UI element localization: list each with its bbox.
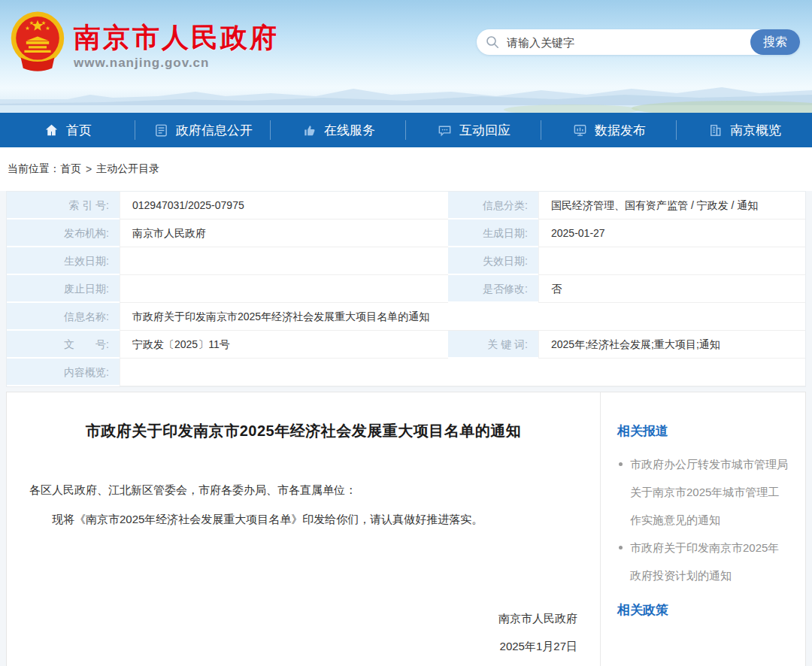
meta-label-modified: 是否修改: [448, 275, 538, 303]
nav-label: 在线服务 [324, 122, 375, 139]
site-header: ★ ★ ★ ★ 南京市人民政府 www.nanjing.gov.cn 搜索 [0, 0, 812, 113]
sidebar: 相关报道 市政府办公厅转发市城市管理局关于南京市2025年城市管理工作实施意见的… [601, 392, 805, 666]
article-body: 现将《南京市2025年经济社会发展重大项目名单》印发给你们，请认真做好推进落实。 [29, 510, 577, 529]
related-reports-list: 市政府办公厅转发市城市管理局关于南京市2025年城市管理工作实施意见的通知 市政… [617, 450, 790, 589]
nav-item-gov-info[interactable]: 政府信息公开 [135, 113, 271, 147]
meta-row-docnum: 文 号: 宁政发〔2025〕11号 关 键 词: 2025年;经济社会发展;重大… [7, 331, 805, 359]
meta-label-category: 信息分类: [448, 192, 538, 219]
breadcrumb-separator: > [86, 163, 92, 175]
related-report-link[interactable]: 市政府办公厅转发市城市管理局关于南京市2025年城市管理工作实施意见的通知 [617, 450, 790, 534]
article-signer: 南京市人民政府 [29, 604, 577, 632]
meta-row-publisher: 发布机构: 南京市人民政府 生成日期: 2025-01-27 [7, 219, 805, 247]
bullet-icon [619, 462, 623, 466]
meta-value-index: 012947031/2025-07975 [120, 192, 448, 219]
meta-label-created: 生成日期: [448, 219, 538, 247]
site-logo[interactable]: ★ ★ ★ ★ 南京市人民政府 www.nanjing.gov.cn [8, 9, 279, 72]
meta-row-index: 索 引 号: 012947031/2025-07975 信息分类: 国民经济管理… [7, 192, 805, 219]
breadcrumb-current-link[interactable]: 主动公开目录 [96, 162, 159, 176]
meta-value-summary [120, 359, 805, 386]
chat-icon [437, 123, 453, 138]
content-box: 市政府关于印发南京市2025年经济社会发展重大项目名单的通知 各区人民政府、江北… [6, 392, 806, 666]
search-box: 搜索 [477, 29, 800, 55]
search-button[interactable]: 搜索 [750, 29, 800, 55]
meta-value-repeal [120, 275, 448, 303]
breadcrumb-prefix: 当前位置： [8, 162, 60, 176]
meta-row-name: 信息名称: 市政府关于印发南京市2025年经济社会发展重大项目名单的通知 [7, 303, 805, 331]
article-salutation: 各区人民政府、江北新区管委会，市府各委办局、市各直属单位： [29, 483, 577, 498]
meta-value-publisher: 南京市人民政府 [120, 219, 448, 247]
nav-label: 互动回应 [459, 122, 511, 139]
article-title: 市政府关于印发南京市2025年经济社会发展重大项目名单的通知 [29, 421, 577, 441]
nav-label: 数据发布 [595, 122, 646, 139]
related-reports-heading: 相关报道 [617, 422, 790, 440]
nav-item-interaction[interactable]: 互动回应 [406, 113, 541, 147]
nav-item-online-service[interactable]: 在线服务 [271, 113, 406, 147]
national-emblem-icon: ★ ★ ★ ★ [8, 9, 68, 72]
meta-value-modified: 否 [538, 275, 805, 303]
meta-value-expiry [538, 247, 805, 275]
meta-label-name: 信息名称: [7, 303, 120, 331]
meta-row-effective: 生效日期: 失效日期: [7, 247, 805, 275]
breadcrumb-home-link[interactable]: 首页 [60, 162, 81, 176]
bullet-icon [619, 546, 623, 549]
meta-value-category: 国民经济管理、国有资产监管 / 宁政发 / 通知 [538, 192, 805, 219]
article: 市政府关于印发南京市2025年经济社会发展重大项目名单的通知 各区人民政府、江北… [7, 392, 601, 666]
nav-item-home[interactable]: 首页 [0, 113, 135, 147]
meta-label-index: 索 引 号: [7, 192, 120, 219]
meta-label-keywords: 关 键 词: [448, 331, 538, 359]
nav-item-data-release[interactable]: 数据发布 [541, 113, 677, 147]
site-title[interactable]: 南京市人民政府 [74, 23, 279, 53]
related-policies-heading: 相关政策 [617, 601, 790, 619]
meta-value-created: 2025-01-27 [538, 219, 805, 247]
header-cityscape [0, 66, 812, 113]
nav-item-overview[interactable]: 南京概览 [677, 113, 812, 147]
thumbs-up-icon [301, 123, 317, 138]
meta-label-expiry: 失效日期: [448, 247, 538, 275]
article-signature: 南京市人民政府 2025年1月27日 [29, 604, 577, 660]
related-report-link[interactable]: 市政府关于印发南京市2025年政府投资计划的通知 [617, 534, 790, 589]
nav-label: 政府信息公开 [176, 122, 253, 139]
data-monitor-icon [572, 123, 588, 138]
meta-label-publisher: 发布机构: [7, 219, 120, 247]
svg-text:★: ★ [45, 25, 50, 32]
site-url: www.nanjing.gov.cn [74, 56, 279, 71]
breadcrumb: 当前位置： 首页 > 主动公开目录 [0, 147, 812, 191]
meta-label-docnum: 文 号: [7, 331, 120, 359]
meta-label-effective: 生效日期: [7, 247, 120, 275]
meta-value-name: 市政府关于印发南京市2025年经济社会发展重大项目名单的通知 [120, 303, 805, 331]
meta-row-repeal: 废止日期: 是否修改: 否 [7, 275, 805, 303]
nav-label: 首页 [66, 122, 92, 139]
article-date: 2025年1月27日 [29, 632, 577, 660]
meta-label-summary: 内容概览: [7, 359, 120, 386]
search-icon [486, 35, 499, 49]
meta-value-effective [120, 247, 448, 275]
meta-value-keywords: 2025年;经济社会发展;重大项目;通知 [538, 331, 805, 359]
main-nav: 首页 政府信息公开 在线服务 互动回应 [0, 113, 812, 147]
document-meta-table: 索 引 号: 012947031/2025-07975 信息分类: 国民经济管理… [6, 191, 806, 387]
meta-value-docnum: 宁政发〔2025〕11号 [120, 331, 448, 359]
meta-row-summary: 内容概览: [7, 359, 805, 386]
home-icon [44, 123, 59, 138]
svg-text:★: ★ [29, 20, 34, 26]
nav-label: 南京概览 [730, 122, 781, 139]
document-icon [153, 123, 169, 138]
building-icon [707, 123, 723, 138]
search-input[interactable] [499, 36, 750, 49]
meta-label-repeal: 废止日期: [7, 275, 120, 303]
